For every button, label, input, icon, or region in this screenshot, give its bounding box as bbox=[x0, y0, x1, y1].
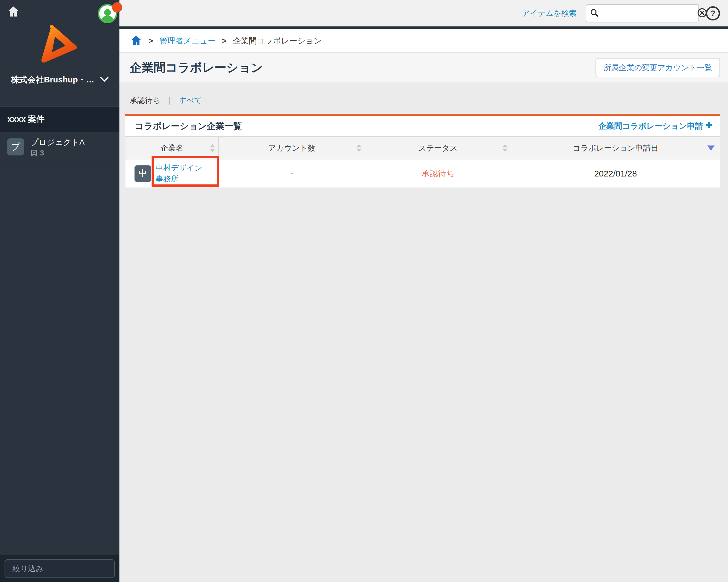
sidebar-item-project-a[interactable]: プ プロジェクトA 3 bbox=[0, 132, 120, 162]
project-meta: プロジェクトA 3 bbox=[30, 137, 85, 157]
company-name-link[interactable]: 中村デザイン事務所 bbox=[156, 163, 206, 185]
brushup-logo bbox=[37, 25, 82, 69]
project-name: プロジェクトA bbox=[30, 137, 85, 148]
plus-icon bbox=[705, 121, 713, 131]
sort-icon bbox=[210, 144, 215, 152]
status-cell: 承認待ち bbox=[365, 160, 511, 188]
help-icon[interactable]: ? bbox=[706, 6, 720, 21]
collaboration-apply-link[interactable]: 企業間コラボレーション申請 bbox=[598, 121, 713, 132]
task-count-value: 3 bbox=[40, 149, 44, 157]
sidebar: 株式会社Brushup・… xxxx 案件 プ プロジェクトA 3 bbox=[0, 0, 120, 582]
account-count-cell: - bbox=[219, 160, 365, 188]
apply-link-label: 企業間コラボレーション申請 bbox=[598, 121, 703, 132]
page-title: 企業間コラボレーション bbox=[130, 60, 263, 76]
item-search-link[interactable]: アイテムを検索 bbox=[522, 8, 577, 19]
user-avatar[interactable] bbox=[98, 4, 117, 23]
sort-icon bbox=[356, 144, 361, 152]
sidebar-footer bbox=[0, 555, 120, 582]
breadcrumb-current: 企業間コラボレーション bbox=[233, 35, 322, 46]
column-label: 企業名 bbox=[160, 144, 183, 152]
table-row: 中 中村デザイン事務所 - 承認待ち 2022/01/28 bbox=[125, 160, 720, 188]
tab-all[interactable]: すべて bbox=[179, 95, 202, 105]
breadcrumb-separator: > bbox=[222, 36, 226, 46]
company-avatar: 中 bbox=[134, 165, 151, 182]
breadcrumb-home-icon[interactable] bbox=[130, 34, 142, 48]
column-label: ステータス bbox=[419, 144, 458, 152]
search-input[interactable] bbox=[602, 9, 697, 18]
topbar: アイテムを検索 ? bbox=[120, 0, 728, 26]
collaboration-card: コラボレーション企業一覧 企業間コラボレーション申請 企業名 bbox=[125, 114, 720, 188]
card-header: コラボレーション企業一覧 企業間コラボレーション申請 bbox=[125, 116, 720, 136]
project-task-count: 3 bbox=[30, 149, 85, 157]
search-box bbox=[586, 4, 699, 23]
help-label: ? bbox=[710, 8, 716, 18]
column-status[interactable]: ステータス bbox=[365, 137, 511, 160]
tab-divider: | bbox=[168, 96, 171, 105]
checkbox-icon bbox=[30, 149, 38, 157]
tabs: 承認待ち | すべて bbox=[125, 94, 720, 107]
page-header: 企業間コラボレーション 所属企業の変更アカウント一覧 bbox=[120, 53, 728, 82]
column-label: コラボレーション申請日 bbox=[573, 144, 658, 152]
column-company-name[interactable]: 企業名 bbox=[125, 137, 219, 160]
workspace-switcher[interactable]: 株式会社Brushup・… bbox=[0, 74, 120, 86]
filter-input[interactable] bbox=[4, 559, 115, 578]
column-application-date[interactable]: コラボレーション申請日 bbox=[511, 137, 720, 160]
column-label: アカウント数 bbox=[268, 144, 315, 152]
search-icon bbox=[590, 8, 599, 19]
sort-desc-icon bbox=[707, 145, 714, 150]
home-icon[interactable] bbox=[7, 5, 20, 19]
card-title: コラボレーション企業一覧 bbox=[135, 120, 242, 132]
tab-pending-approval[interactable]: 承認待ち bbox=[130, 95, 161, 105]
workspace-name: 株式会社Brushup・… bbox=[11, 74, 94, 86]
breadcrumb-admin-menu[interactable]: 管理者メニュー bbox=[159, 35, 215, 46]
chevron-down-icon bbox=[100, 77, 109, 83]
sort-icon bbox=[502, 144, 508, 152]
column-account-count[interactable]: アカウント数 bbox=[219, 137, 365, 160]
company-cell: 中 中村デザイン事務所 bbox=[125, 163, 218, 185]
section-header-label: xxxx 案件 bbox=[7, 114, 45, 125]
breadcrumb: > 管理者メニュー > 企業間コラボレーション bbox=[120, 29, 728, 53]
sidebar-spacer bbox=[0, 162, 120, 555]
affiliation-change-accounts-button[interactable]: 所属企業の変更アカウント一覧 bbox=[596, 58, 720, 77]
sidebar-section-header: xxxx 案件 bbox=[0, 106, 120, 132]
project-initial: プ bbox=[11, 141, 21, 153]
sidebar-top bbox=[0, 0, 120, 26]
breadcrumb-separator: > bbox=[149, 36, 153, 46]
main-area: アイテムを検索 ? > 管理者メニュー > 企業間コラボレーション 企業間コラボ… bbox=[120, 0, 728, 582]
content-area: 承認待ち | すべて コラボレーション企業一覧 企業間コラボレーション申請 bbox=[120, 82, 728, 582]
table-header-row: 企業名 アカウント数 ステータス コラボレーション申請日 bbox=[125, 137, 720, 160]
project-avatar: プ bbox=[7, 138, 24, 156]
company-initial: 中 bbox=[138, 168, 147, 179]
notification-dot bbox=[112, 2, 122, 12]
collaboration-table: 企業名 アカウント数 ステータス コラボレーション申請日 bbox=[125, 136, 720, 188]
topbar-divider bbox=[120, 26, 728, 29]
application-date-cell: 2022/01/28 bbox=[511, 160, 720, 188]
